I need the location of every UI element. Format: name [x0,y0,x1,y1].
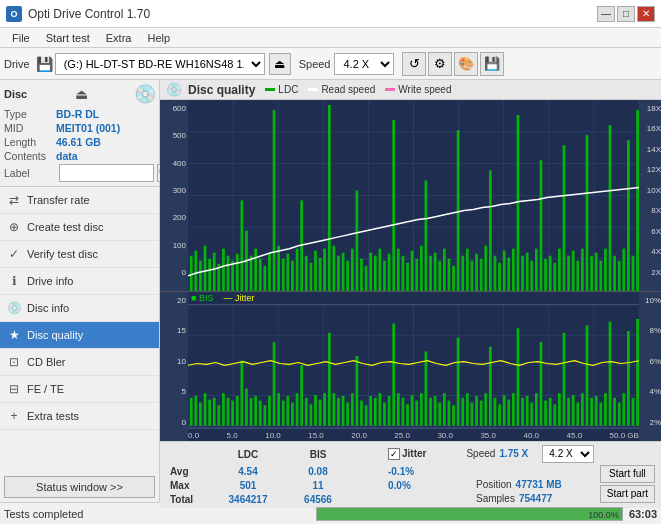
sidebar-item-disc-info[interactable]: 💿 Disc info [0,295,159,322]
svg-rect-190 [461,398,464,426]
svg-rect-108 [604,249,607,291]
bx-25: 25.0 [394,431,410,440]
refresh-button[interactable]: ↺ [402,52,426,76]
svg-rect-74 [448,259,451,291]
svg-rect-136 [213,398,216,426]
label-input[interactable] [59,164,154,182]
svg-rect-173 [383,402,386,425]
sidebar-item-verify-test-disc[interactable]: ✓ Verify test disc [0,241,159,268]
svg-rect-193 [475,396,478,426]
svg-rect-143 [245,388,248,425]
y-right-6pct: 6% [641,357,661,366]
extra-tests-icon: + [6,408,22,424]
max-jitter: 0.0% [388,480,411,491]
sidebar-item-disc-quality[interactable]: ★ Disc quality [0,322,159,349]
minimize-button[interactable]: — [597,6,615,22]
svg-rect-23 [213,253,216,291]
total-ldc: 3464217 [229,494,268,505]
total-ldc-cell: 3464217 [218,493,278,505]
sidebar-item-create-test-disc[interactable]: ⊕ Create test disc [0,214,159,241]
maximize-button[interactable]: □ [617,6,635,22]
svg-rect-215 [576,402,579,425]
svg-rect-68 [420,246,423,291]
speed-select[interactable]: 4.2 X [334,53,394,75]
drive-select[interactable]: (G:) HL-DT-ST BD-RE WH16NS48 1.D3 [55,53,265,75]
svg-rect-210 [553,404,556,425]
svg-rect-48 [328,105,331,291]
menu-extra[interactable]: Extra [98,31,140,45]
svg-rect-205 [530,402,533,425]
svg-rect-104 [586,135,589,291]
fe-te-label: FE / TE [27,383,64,395]
svg-rect-157 [309,404,312,425]
total-bis: 64566 [304,494,332,505]
svg-rect-226 [627,331,630,426]
menu-bar: File Start test Extra Help [0,28,661,48]
svg-rect-149 [273,342,276,426]
svg-rect-163 [337,398,340,426]
save-button[interactable]: 💾 [480,52,504,76]
svg-rect-150 [277,393,280,425]
svg-rect-22 [208,259,211,291]
close-button[interactable]: ✕ [637,6,655,22]
menu-file[interactable]: File [4,31,38,45]
svg-rect-101 [572,251,575,291]
start-part-button[interactable]: Start part [600,485,655,503]
y-right-2x: 2X [641,268,661,277]
cd-bler-label: CD Bler [27,356,66,368]
svg-rect-199 [503,395,506,426]
disc-info-nav-icon: 💿 [6,300,22,316]
sidebar-item-fe-te[interactable]: ⊟ FE / TE [0,376,159,403]
svg-rect-39 [286,254,289,291]
top-chart: 600 500 400 300 200 100 0 [160,100,661,292]
svg-rect-115 [636,110,639,291]
svg-rect-70 [429,256,432,291]
speed-info: Speed 1.75 X [466,448,528,459]
sidebar-item-transfer-rate[interactable]: ⇄ Transfer rate [0,187,159,214]
svg-rect-189 [457,337,460,425]
disc-info-label: Disc info [27,302,69,314]
settings-button[interactable]: ⚙ [428,52,452,76]
y-label-500: 500 [160,131,186,140]
svg-rect-200 [507,400,510,426]
sidebar-item-cd-bler[interactable]: ⊡ CD Bler [0,349,159,376]
bx-15: 15.0 [308,431,324,440]
svg-rect-209 [549,398,552,426]
svg-rect-198 [498,404,501,425]
bx-20: 20.0 [351,431,367,440]
svg-rect-54 [356,190,359,290]
sidebar-item-drive-info[interactable]: ℹ Drive info [0,268,159,295]
bx-0: 0.0 [188,431,199,440]
y-label-600: 600 [160,104,186,113]
svg-rect-85 [498,263,501,291]
speed-sel-dropdown[interactable]: 4.2 X [542,445,594,463]
jitter-checkbox[interactable]: ✓ [388,448,400,460]
avg-jitter-cell: -0.1% [388,465,458,477]
top-y-axis-right: 18X 16X 14X 12X 10X 8X 6X 4X 2X [639,100,661,291]
svg-rect-172 [379,393,382,425]
svg-rect-36 [273,110,276,291]
start-full-button[interactable]: Start full [600,465,655,483]
status-window-button[interactable]: Status window >> [4,476,155,498]
svg-rect-165 [346,402,349,425]
progress-bar-fill [317,508,621,520]
svg-rect-98 [558,249,561,291]
svg-rect-208 [544,400,547,425]
svg-rect-135 [208,400,211,426]
eject-button[interactable]: ⏏ [269,53,291,75]
svg-rect-92 [530,261,533,291]
svg-rect-106 [595,253,598,291]
chart-title: Disc quality [188,83,255,97]
svg-rect-224 [618,402,621,425]
max-ldc: 501 [240,480,257,491]
sidebar-item-extra-tests[interactable]: + Extra tests [0,403,159,430]
bottom-chart-svg [188,305,639,426]
theme-button[interactable]: 🎨 [454,52,478,76]
menu-help[interactable]: Help [139,31,178,45]
menu-start-test[interactable]: Start test [38,31,98,45]
svg-rect-34 [263,266,266,291]
svg-rect-73 [443,249,446,291]
disc-eject-icon[interactable]: ⏏ [71,84,91,104]
svg-rect-216 [581,393,584,425]
svg-rect-223 [613,398,616,426]
